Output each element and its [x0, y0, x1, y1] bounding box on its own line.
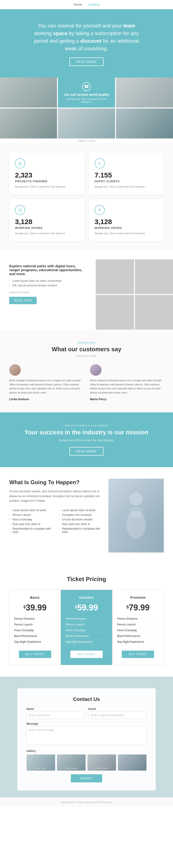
stat-icon-2: ◷: [15, 205, 25, 215]
feature-basic-2: Hours Everyday: [14, 627, 56, 633]
explore-images: [96, 259, 173, 330]
mission-desc: Sample text. Click to select the Text El…: [19, 439, 154, 442]
name-input[interactable]: [27, 712, 85, 719]
explore-title: Explore national parks with digital tour…: [9, 264, 86, 276]
name-label: Name: [27, 707, 85, 711]
mission-title: Your success in the industry is our miss…: [19, 429, 154, 436]
footer-text: Sample text. Click to select the Text El…: [61, 801, 112, 804]
pricing-cards: Basic $39.99 Person Entrance Person Laun…: [9, 590, 164, 665]
contact-row-1: Name Email: [27, 707, 146, 719]
plan-price-premium: $79.99: [117, 603, 159, 613]
image-grid: ☎ Our call service world quality Sample …: [0, 78, 173, 138]
submit-button[interactable]: SUBMIT: [71, 774, 102, 782]
book-now-button[interactable]: BOOK NOW: [9, 297, 37, 304]
email-label: Email: [88, 707, 146, 711]
contact-form: Contact Us Name Email Message Gallery P: [17, 688, 156, 790]
hero-text: You can reserve for yourself and your te…: [19, 22, 154, 52]
testimonial-card-1: Amet volutpat consequat mauris nunc cong…: [90, 364, 164, 401]
what-item-1-1: Person Launch: [9, 513, 54, 517]
stat-icon-1: ☺: [95, 158, 105, 168]
what-desc: Ut enim ad minim veniam, quis nostrud ex…: [9, 489, 104, 503]
feature-premium-1: Person Launch: [117, 622, 159, 627]
mission-sub: Add more speed to your website: [19, 424, 154, 427]
explore-img-3: [135, 295, 173, 330]
message-input[interactable]: [27, 726, 146, 745]
what-item-1-0: Lorem ipsum dolor sit amet: [9, 508, 54, 513]
plan-price-basic: $39.99: [14, 603, 56, 613]
plan-name-standart: Standart: [66, 596, 107, 599]
message-label: Message: [27, 722, 146, 725]
what-item-1-3: Duis aute irure dolor in: [9, 522, 54, 526]
what-item-1-4: Reprehenderit in voluptate with esse: [9, 526, 54, 534]
what-item-2-4: Reprehenderit in voluptate with esse: [59, 526, 104, 534]
testimonial-name-0: Linda Hudson: [9, 397, 83, 401]
gallery-label: Gallery: [27, 749, 146, 753]
stat-number-0: 2,323: [15, 171, 78, 179]
price-currency-standart: $: [75, 605, 77, 610]
image-grid-credit: Image by Freepik: [0, 138, 173, 143]
stat-desc-2: Sample text. Click to select the Text El…: [15, 231, 78, 236]
what-text: What Is Going To Happen? Ut enim ad mini…: [9, 479, 104, 534]
stat-desc-0: Sample text. Click to select the Text El…: [15, 185, 78, 189]
buy-ticket-basic-button[interactable]: BUY TICKET: [19, 651, 51, 658]
stat-desc-3: Sample text. Click to select the Text El…: [95, 231, 158, 236]
feature-basic-1: Person Launch: [14, 622, 56, 627]
explore-section: Explore national parks with digital tour…: [0, 250, 173, 330]
what-item-2-3: Duis aute irure dolor in: [59, 522, 104, 526]
what-list-1: Lorem ipsum dolor sit amet Person Launch…: [9, 508, 54, 534]
feature-premium-2: Hours Everyday: [117, 627, 159, 633]
plan-price-standart: $59.99: [66, 603, 107, 613]
price-currency-premium: $: [127, 605, 129, 610]
contact-row-2: Message: [27, 722, 146, 745]
gallery: Gallery Paul Scam Holly Larson Linda Hud…: [27, 749, 146, 771]
explore-img-2: [96, 295, 134, 330]
price-currency-basic: $: [24, 605, 26, 610]
hero-section: You can reserve for yourself and your te…: [0, 9, 173, 78]
stat-label-2: WORKING HOURS: [15, 226, 78, 229]
footer: Sample text. Click to select the Text El…: [0, 797, 173, 807]
man-photo: [108, 479, 164, 553]
what-lists: Lorem ipsum dolor sit amet Person Launch…: [9, 508, 104, 534]
email-field: Email: [88, 707, 146, 719]
buy-ticket-standart-button[interactable]: BUY TICKET: [70, 651, 103, 658]
gallery-images: Paul Scam Holly Larson Linda Hudson: [27, 754, 146, 771]
feature-standart-3: Band Performance: [66, 633, 107, 639]
feature-standart-0: Person Entrance: [66, 616, 107, 622]
stat-number-3: 3,128: [95, 218, 158, 226]
testimonial-card-0: Amet volutpat consequat mauris nunc cong…: [9, 364, 83, 401]
stat-card-2: ◷ 3,128 WORKING HOURS Sample text. Click…: [9, 199, 84, 241]
mission-read-more-button[interactable]: READ MORE: [69, 447, 104, 456]
pricing-card-basic: Basic $39.99 Person Entrance Person Laun…: [9, 590, 61, 665]
explore-img-1: [135, 259, 173, 294]
nav-landing[interactable]: Landing: [89, 3, 99, 6]
buy-ticket-premium-button[interactable]: BUY TICKET: [122, 651, 154, 658]
stats-section: ◎ 2,323 PROJECTS FINISHED Sample text. C…: [0, 143, 173, 250]
gallery-label-0: Paul Scam: [27, 767, 55, 770]
plan-name-premium: Premium: [117, 596, 159, 599]
nav-home[interactable]: Home: [74, 3, 82, 6]
contact-section: Contact Us Name Email Message Gallery P: [0, 677, 173, 797]
email-input[interactable]: [88, 712, 146, 719]
feature-standart-4: Day-Night Experience: [66, 639, 107, 645]
feature-basic-0: Person Entrance: [14, 616, 56, 622]
what-section: What Is Going To Happen? Ut enim ad mini…: [0, 467, 173, 564]
stat-label-1: HAPPY CLIENTS: [95, 180, 158, 183]
gallery-item-3: [118, 754, 146, 771]
feature-premium-4: Day-Night Experience: [117, 639, 159, 645]
grid-cell-person: [0, 78, 57, 107]
feature-basic-3: Band Performance: [14, 633, 56, 639]
what-title: What Is Going To Happen?: [9, 479, 104, 486]
navigation: Home Landing: [0, 0, 173, 9]
plan-features-premium: Person Entrance Person Launch Hours Ever…: [117, 616, 159, 645]
what-list-2: Lorem ipsum dolor sit amet Excepteur sin…: [59, 508, 104, 534]
avatar-0: [9, 364, 21, 376]
explore-img-0: [96, 259, 134, 294]
what-item-2-1: Excepteur sint occaecat: [59, 513, 104, 517]
testimonial-text-0: Amet volutpat consequat mauris nunc cong…: [9, 378, 83, 395]
what-item-2-0: Lorem ipsum dolor sit amet: [59, 508, 104, 513]
what-item-1-2: Hours Everyday: [9, 517, 54, 522]
man-silhouette: [122, 490, 150, 541]
gallery-item-1: Holly Larson: [57, 754, 85, 771]
hero-read-more-button[interactable]: READ MORE: [69, 58, 104, 66]
grid-cell-arch: [116, 78, 173, 107]
